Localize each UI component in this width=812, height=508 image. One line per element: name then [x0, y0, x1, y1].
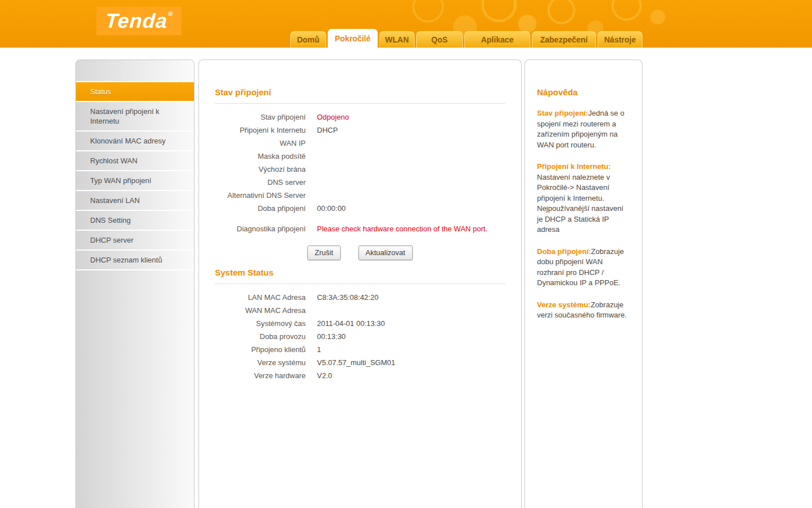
header-banner: Tenda® Domů Pokročilé WLAN QoS Aplikace …: [0, 0, 812, 48]
sidebar-item-dns-setting[interactable]: DNS Setting: [76, 211, 194, 231]
field-row: Výchozí brána: [215, 164, 505, 174]
field-row: Systémový čas2011-04-01 00:13:30: [215, 319, 505, 328]
help-topic: Verze systému:Zobrazuje verzi současného…: [537, 300, 630, 321]
refresh-button[interactable]: Aktualizovat: [358, 245, 413, 260]
field-label: Výchozí brána: [215, 164, 306, 174]
help-topic: Doba připojení:Zobrazuje dobu připojení …: [537, 247, 630, 289]
field-label: Maska podsítě: [215, 151, 306, 161]
cancel-button[interactable]: Zrušit: [307, 245, 341, 260]
help-text: Nastavení naleznete v Pokročilé-> Nastav…: [537, 173, 623, 234]
divider: [215, 103, 505, 104]
help-term: Verze systému:: [537, 300, 591, 309]
divider: [215, 283, 505, 284]
field-label: LAN MAC Adresa: [215, 293, 306, 302]
field-label: WAN IP: [215, 138, 306, 148]
clients-count-value: 1: [317, 345, 321, 354]
running-time-value: 00:13:30: [317, 332, 346, 341]
field-label: Verze systému: [215, 358, 306, 367]
field-label: Připojení k Internetu: [215, 125, 306, 135]
field-row: Maska podsítě: [215, 151, 505, 161]
field-row: Připojení k InternetuDHCP: [215, 125, 505, 135]
field-label: Připojeno klientů: [215, 345, 306, 354]
field-label: Alternativní DNS Server: [215, 190, 306, 200]
tab-nastroje[interactable]: Nástroje: [598, 31, 642, 48]
field-row: DNS server: [215, 177, 505, 187]
registered-mark: ®: [168, 10, 174, 17]
sidebar-item-rychlost-wan[interactable]: Rychlost WAN: [76, 151, 194, 171]
internet-connection-value: DHCP: [317, 125, 338, 135]
help-title: Nápověda: [537, 87, 630, 97]
system-time-value: 2011-04-01 00:13:30: [317, 319, 385, 328]
field-row: WAN IP: [215, 138, 505, 148]
sidebar-item-nastaveni-lan[interactable]: Nastavení LAN: [76, 191, 194, 211]
tab-pokrocile[interactable]: Pokročilé: [328, 29, 378, 48]
help-term: Připojení k Internetu:: [537, 162, 611, 171]
system-status-title: System Status: [215, 268, 505, 277]
help-topic: Stav připojení:Jedná se o spojení mezi r…: [537, 108, 630, 150]
main-content-panel: Stav připojení Stav připojeníOdpojeno Př…: [198, 60, 522, 508]
lan-mac-value: C8:3A:35:08:42:20: [317, 293, 378, 302]
diagnostics-row: Diagnostika připojeníPlease check hardwa…: [215, 224, 505, 234]
sidebar-item-dhcp-seznam[interactable]: DHCP seznam klientů: [76, 251, 194, 270]
field-label: Systémový čas: [215, 319, 306, 328]
sidebar-spacer: [76, 60, 194, 82]
field-label: DNS server: [215, 177, 306, 187]
firmware-version-value: V5.07.57_multi_SGM01: [317, 358, 395, 367]
tab-qos[interactable]: QoS: [416, 31, 463, 48]
field-row: Stav připojeníOdpojeno: [215, 112, 505, 122]
sidebar-item-dhcp-server[interactable]: DHCP server: [76, 231, 194, 251]
tab-domu[interactable]: Domů: [290, 31, 326, 48]
sidebar-item-status[interactable]: Status: [76, 82, 194, 102]
tenda-logo-text: Tenda®: [104, 11, 173, 31]
diagnostics-message: Please check hardware connection of the …: [317, 224, 488, 234]
field-row: Doba provozu00:13:30: [215, 332, 505, 341]
help-topic: Připojení k Internetu: Nastavení nalezne…: [537, 162, 630, 235]
field-row: Připojeno klientů1: [215, 345, 505, 354]
field-row: Doba připojení00:00:00: [215, 204, 505, 213]
sidebar-item-nastaveni-pripojeni[interactable]: Nastavení připojení k Internetu: [76, 102, 194, 132]
field-row: Verze systémuV5.07.57_multi_SGM01: [215, 358, 505, 367]
tab-wlan[interactable]: WLAN: [379, 31, 415, 48]
connection-status-title: Stav připojení: [215, 87, 505, 97]
field-label: Verze hardware: [215, 371, 306, 380]
sidebar-item-klonovani-mac[interactable]: Klonování MAC adresy: [76, 132, 194, 151]
sidebar-item-typ-wan[interactable]: Typ WAN připojení: [76, 171, 194, 191]
field-label: Doba provozu: [215, 332, 306, 341]
tab-zabezpeceni[interactable]: Zabezpečení: [532, 31, 596, 48]
help-term: Doba připojení:: [537, 247, 591, 256]
button-row: Zrušit Aktualizovat: [307, 245, 505, 260]
field-label: Stav připojení: [215, 112, 306, 122]
connection-status-value: Odpojeno: [317, 112, 349, 122]
field-row: Alternativní DNS Server: [215, 190, 505, 200]
tenda-logo: Tenda®: [96, 7, 181, 35]
field-label: WAN MAC Adresa: [215, 306, 306, 315]
help-term: Stav připojení:: [537, 109, 588, 117]
hardware-version-value: V2.0: [317, 371, 332, 380]
help-panel: Nápověda Stav připojení:Jedná se o spoje…: [525, 60, 642, 508]
top-nav-tabs: Domů Pokročilé WLAN QoS Aplikace Zabezpe…: [290, 29, 642, 48]
field-label: Doba připojení: [215, 204, 306, 213]
field-row: LAN MAC AdresaC8:3A:35:08:42:20: [215, 293, 505, 302]
tab-aplikace[interactable]: Aplikace: [464, 31, 530, 48]
field-row: WAN MAC Adresa: [215, 306, 505, 315]
field-row: Verze hardwareV2.0: [215, 371, 505, 380]
field-label: Diagnostika připojení: [215, 224, 306, 234]
sidebar-menu: Status Nastavení připojení k Internetu K…: [75, 60, 194, 508]
uptime-value: 00:00:00: [317, 204, 346, 213]
